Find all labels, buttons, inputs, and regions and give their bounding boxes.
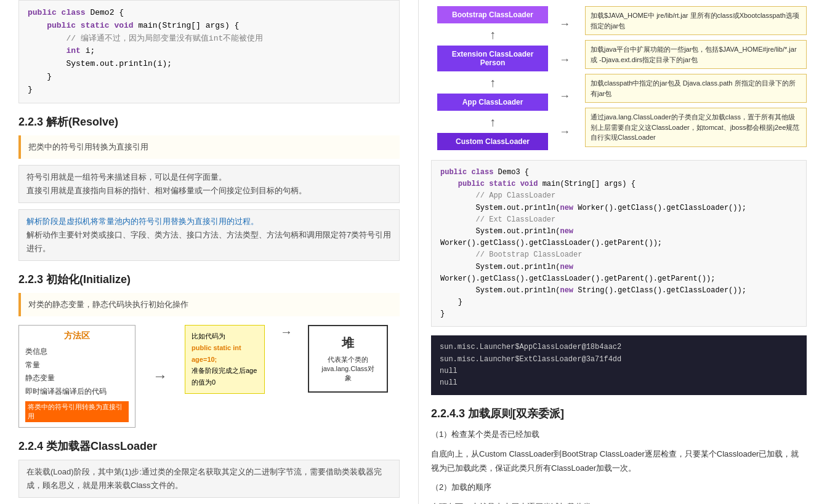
section-223-box2: 解析阶段是虚拟机将常量池内的符号引用替换为直接引用的过程。 解析动作主要针对类或… bbox=[18, 209, 400, 261]
section-223-init-title: 2.2.3 初始化(Initialize) bbox=[18, 272, 400, 287]
section-223-box1: 符号引用就是一组符号来描述目标，可以是任何字面量。 直接引用就是直接指向目标的指… bbox=[18, 165, 400, 203]
desc-app: 加载classpath中指定的jar包及 Djava.class.path 所指… bbox=[585, 74, 807, 103]
section-224-title: 2.2.4 类加载器ClassLoader bbox=[18, 439, 400, 454]
arrow-up-3: ↑ bbox=[490, 116, 496, 128]
step2-desc: 自顶向下，也就是由上层来逐层尝试加载此类。 bbox=[431, 500, 807, 504]
desc-bootstrap: 加载$JAVA_HOME中 jre/lib/rt.jar 里所有的class或X… bbox=[585, 6, 807, 35]
classloader-descriptions: 加载$JAVA_HOME中 jre/lib/rt.jar 里所有的class或X… bbox=[575, 6, 807, 150]
yellow-sticky: 比如代码为 public static int age=10; 准备阶段完成之后… bbox=[185, 325, 265, 393]
section-2243-title: 2.2.4.3 加载原则[双亲委派] bbox=[431, 406, 807, 421]
arrow-up-1: ↑ bbox=[490, 28, 496, 41]
code-block-demo2: public class Demo2 { public static void … bbox=[18, 0, 400, 103]
output-block: sun.misc.Launcher$AppClassLoader@18b4aac… bbox=[431, 335, 807, 395]
desc-custom: 通过java.lang.ClassLoader的子类自定义加载class，置于所… bbox=[585, 108, 807, 147]
init-diagram: 方法区 类信息常量静态变量即时编译器编译后的代码 将类中的符号引用转换为直接引用… bbox=[18, 325, 400, 427]
heap-box: 堆 代表某个类的 java.lang.Class对象 bbox=[308, 325, 388, 393]
step2-title: （2）加载的顺序 bbox=[431, 480, 807, 494]
desc-extension: 加载java平台中扩展功能的一些jar包，包括$JAVA_HOME#jre/li… bbox=[585, 40, 807, 69]
right-panel: Bootstrap ClassLoader ↑ Extension ClassL… bbox=[419, 0, 819, 504]
code-block-demo3: public class Demo3 { public static void … bbox=[431, 160, 807, 327]
arrow-up-2: ↑ bbox=[490, 76, 496, 89]
step1-title: （1）检查某个类是否已经加载 bbox=[431, 427, 807, 441]
section-223-init-desc: 对类的静态变量，静态代码块执行初始化操作 bbox=[18, 293, 400, 316]
method-area-footer: 将类中的符号引用转换为直接引用 bbox=[25, 401, 129, 422]
left-panel: public class Demo2 { public static void … bbox=[0, 0, 419, 504]
custom-classloader-box: Custom ClassLoader bbox=[437, 133, 548, 150]
bootstrap-classloader-box: Bootstrap ClassLoader bbox=[437, 6, 548, 23]
step1-desc: 自底向上，从Custom ClassLoader到BootStrap Class… bbox=[431, 447, 807, 476]
arrow-icon: → bbox=[153, 367, 167, 385]
method-area-title: 方法区 bbox=[25, 330, 129, 342]
section-223-infobox: 把类中的符号引用转换为直接引用 bbox=[18, 135, 400, 159]
classloader-diagram: Bootstrap ClassLoader ↑ Extension ClassL… bbox=[431, 6, 807, 150]
classloader-boxes: Bootstrap ClassLoader ↑ Extension ClassL… bbox=[431, 6, 554, 150]
extension-classloader-box: Extension ClassLoader Person bbox=[437, 46, 548, 71]
app-classloader-box: App ClassLoader bbox=[437, 94, 548, 111]
section-224-infobox: 在装载(Load)阶段，其中第(1)步:通过类的全限定名获取其定义的二进制字节流… bbox=[18, 460, 400, 498]
method-area-items: 类信息常量静态变量即时编译器编译后的代码 bbox=[25, 345, 129, 398]
arrow2-icon: → bbox=[277, 325, 296, 339]
method-area-box: 方法区 类信息常量静态变量即时编译器编译后的代码 将类中的符号引用转换为直接引用 bbox=[18, 325, 135, 427]
section-223-title: 2.2.3 解析(Resolve) bbox=[18, 114, 400, 129]
